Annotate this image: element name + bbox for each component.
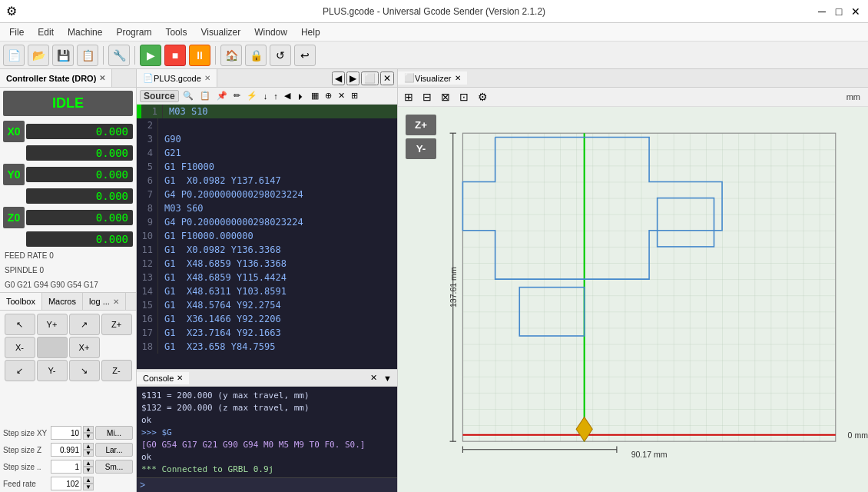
console-line: [G0 G54 G17 G21 G90 G94 M0 M5 M9 T0 F0. … — [141, 439, 393, 451]
feed-rate-down[interactable]: ▼ — [83, 484, 94, 490]
jog-diag-up-left[interactable]: ↖ — [5, 314, 35, 335]
menu-machine[interactable]: Machine — [61, 25, 108, 39]
tab-log[interactable]: log ... ✕ — [83, 293, 126, 310]
nav-next[interactable]: ▶ — [346, 71, 359, 85]
jog-center[interactable] — [37, 337, 68, 358]
menu-visualizer[interactable]: Visualizer — [194, 25, 247, 39]
log-tab-close[interactable]: ✕ — [113, 298, 119, 306]
source-btn-1[interactable]: 🔍 — [181, 89, 196, 102]
viz-btn-3[interactable]: ⊠ — [438, 89, 453, 105]
source-btn-5[interactable]: ⚡ — [244, 89, 260, 102]
pause-button[interactable]: ⏸ — [189, 45, 210, 66]
save-as-button[interactable]: 📋 — [77, 45, 98, 66]
settings-button[interactable]: 🔧 — [108, 45, 130, 66]
menu-edit[interactable]: Edit — [31, 25, 60, 39]
menu-tools[interactable]: Tools — [159, 25, 193, 39]
menu-program[interactable]: Program — [110, 25, 157, 39]
source-btn-9[interactable]: ⏵ — [294, 90, 307, 102]
viz-content[interactable]: Z+ Y- 137.61 mm 90.17 mm — [398, 107, 868, 492]
line-content: G1 X0.0982 Y136.3368 — [158, 243, 281, 257]
feed-rate-input[interactable] — [51, 477, 81, 490]
jog-diag-down-left[interactable]: ↙ — [5, 360, 35, 381]
lock-button[interactable]: 🔒 — [245, 45, 267, 66]
viz-btn-2[interactable]: ⊟ — [419, 89, 435, 105]
step-z-input[interactable] — [51, 443, 81, 457]
viz-btn-5[interactable]: ⚙ — [475, 89, 491, 105]
tab-controller-dro[interactable]: Controller State (DRO) ✕ — [0, 69, 112, 87]
jog-y-plus[interactable]: Y+ — [37, 314, 68, 335]
step-misc-up[interactable]: ▲ — [83, 460, 94, 467]
jog-y-minus[interactable]: Y- — [37, 360, 68, 381]
reset-button[interactable]: ↺ — [270, 45, 291, 66]
line-number: 13 — [137, 271, 158, 284]
open-button[interactable]: 📂 — [28, 45, 49, 66]
source-btn-11[interactable]: ⊕ — [323, 89, 334, 102]
source-label-btn[interactable]: Source — [140, 90, 179, 102]
source-btn-2[interactable]: 📋 — [197, 89, 213, 102]
editor-tab-label: PLUS.gcode — [154, 74, 201, 83]
nav-close[interactable]: ✕ — [380, 71, 394, 85]
editor-tab-close[interactable]: ✕ — [204, 74, 210, 82]
tab-macros[interactable]: Macros — [42, 293, 83, 310]
left-panel: Controller State (DRO) ✕ IDLE X0 0.000 0… — [0, 69, 137, 492]
play-button[interactable]: ▶ — [140, 45, 161, 66]
x-axis-label[interactable]: X0 — [3, 121, 25, 142]
source-btn-13[interactable]: ⊞ — [349, 89, 360, 102]
console-scroll[interactable]: ▼ — [381, 371, 394, 384]
return-button[interactable]: ↩ — [294, 45, 316, 66]
nav-prev[interactable]: ◀ — [332, 71, 345, 85]
tab-console[interactable]: Console ✕ — [137, 372, 189, 384]
jog-x-minus[interactable]: X- — [5, 337, 35, 358]
jog-z-minus[interactable]: Z- — [101, 360, 132, 381]
step-z-misc2[interactable]: Lar... — [95, 443, 133, 457]
console-input[interactable] — [148, 480, 394, 490]
code-line: 8M03 S60 — [137, 201, 397, 215]
source-btn-12[interactable]: ✕ — [336, 89, 347, 102]
code-editor[interactable]: 1M03 S1023G904G215G1 F100006G1 X0.0982 Y… — [137, 105, 397, 369]
console-clear[interactable]: ✕ — [368, 371, 379, 384]
menu-file[interactable]: File — [3, 25, 30, 39]
step-misc-down[interactable]: ▼ — [83, 467, 94, 474]
save-button[interactable]: 💾 — [52, 45, 74, 66]
new-button[interactable]: 📄 — [3, 45, 25, 66]
step-misc-misc3[interactable]: Sm... — [95, 460, 133, 474]
step-xy-misc1[interactable]: Mi... — [95, 426, 133, 440]
tab-toolbox[interactable]: Toolbox — [0, 293, 42, 310]
code-line: 7G4 P0.2000000000298023224 — [137, 188, 397, 201]
y-axis-label[interactable]: Y0 — [3, 164, 25, 185]
z-axis-label[interactable]: Z0 — [3, 207, 25, 228]
viz-btn-4[interactable]: ⊡ — [456, 89, 472, 105]
stop-button[interactable]: ■ — [164, 45, 186, 66]
jog-z-plus[interactable]: Z+ — [101, 314, 132, 335]
menu-window[interactable]: Window — [248, 25, 293, 39]
step-z-up[interactable]: ▲ — [83, 443, 94, 450]
step-z-down[interactable]: ▼ — [83, 450, 94, 457]
viz-tab-close[interactable]: ✕ — [455, 74, 461, 82]
viz-btn-1[interactable]: ⊞ — [401, 89, 416, 105]
step-xy-input[interactable] — [51, 426, 81, 440]
step-misc-input[interactable] — [51, 460, 81, 474]
tab-editor-file[interactable]: 📄 PLUS.gcode ✕ — [137, 69, 217, 87]
close-button[interactable]: ✕ — [850, 5, 862, 18]
nav-max[interactable]: ⬜ — [361, 71, 379, 85]
menu-help[interactable]: Help — [295, 25, 326, 39]
feed-rate-up[interactable]: ▲ — [83, 477, 94, 484]
source-btn-7[interactable]: ↑ — [271, 90, 280, 102]
step-xy-down[interactable]: ▼ — [83, 433, 94, 440]
step-xy-up[interactable]: ▲ — [83, 426, 94, 433]
source-btn-6[interactable]: ↓ — [261, 90, 270, 102]
source-btn-4[interactable]: ✏ — [231, 89, 243, 102]
source-btn-10[interactable]: ▦ — [309, 89, 321, 102]
home-button[interactable]: 🏠 — [220, 45, 242, 66]
maximize-button[interactable]: □ — [833, 5, 845, 18]
console-tab-close[interactable]: ✕ — [177, 374, 183, 382]
source-btn-8[interactable]: ◀ — [282, 89, 293, 102]
jog-diag-down-right[interactable]: ↘ — [69, 360, 100, 381]
minimize-button[interactable]: ─ — [816, 5, 828, 18]
line-content: M03 S10 — [163, 105, 208, 118]
jog-diag-up-right[interactable]: ↗ — [69, 314, 100, 335]
tab-visualizer[interactable]: ⬜ Visualizer ✕ — [398, 71, 467, 85]
controller-tab-close[interactable]: ✕ — [99, 74, 105, 82]
source-btn-3[interactable]: 📌 — [214, 89, 230, 102]
jog-x-plus[interactable]: X+ — [69, 337, 100, 358]
